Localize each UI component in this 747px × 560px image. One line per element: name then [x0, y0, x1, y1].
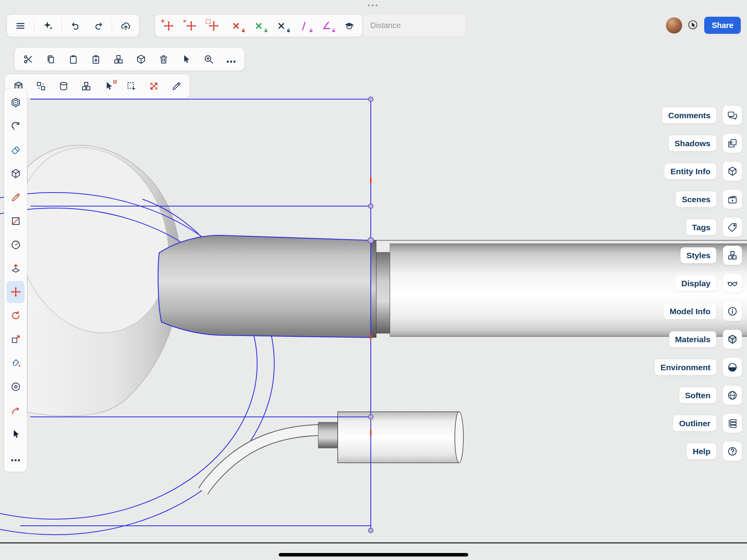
- display-label[interactable]: Display: [675, 275, 716, 291]
- tool-select[interactable]: [7, 423, 25, 445]
- lock-blue-axis-button[interactable]: ×: [270, 17, 292, 35]
- tags-icon: [727, 222, 738, 233]
- tool-eraser[interactable]: [7, 139, 25, 161]
- lock-angle-button[interactable]: ∠: [316, 17, 337, 35]
- home-indicator[interactable]: [279, 553, 468, 556]
- shadows-button[interactable]: [723, 134, 742, 153]
- trash-icon: [158, 54, 169, 65]
- zoom-selection-button[interactable]: [198, 50, 219, 68]
- menu-button[interactable]: [9, 17, 31, 35]
- tool-line[interactable]: [7, 187, 25, 208]
- paste-button[interactable]: [62, 50, 84, 68]
- redo-button[interactable]: [87, 17, 109, 35]
- measurement-input[interactable]: [370, 21, 459, 30]
- materials-label[interactable]: Materials: [669, 331, 716, 347]
- tool-rotate[interactable]: [7, 305, 25, 327]
- user-avatar[interactable]: [666, 17, 682, 34]
- copy-button[interactable]: [40, 50, 61, 68]
- paint-bucket-icon: [11, 358, 21, 368]
- help-label[interactable]: Help: [687, 443, 716, 459]
- comments-button[interactable]: [723, 106, 742, 125]
- comments-label[interactable]: Comments: [662, 107, 716, 123]
- lock-green-axis-button[interactable]: ×: [248, 17, 270, 35]
- make-component-button[interactable]: [130, 50, 152, 68]
- ai-assistant-button[interactable]: [37, 17, 59, 35]
- styles-label[interactable]: Styles: [680, 247, 716, 263]
- right-panel: Comments Shadows Entity Info Scenes Tags…: [655, 106, 742, 461]
- selection-box-icon: [126, 81, 137, 91]
- box-select-button[interactable]: [120, 77, 142, 95]
- styles-icon: [727, 250, 738, 261]
- tool-more[interactable]: …: [7, 447, 25, 469]
- shadows-label[interactable]: Shadows: [669, 135, 716, 151]
- window-drag-indicator[interactable]: •••: [368, 2, 379, 9]
- tool-look-around[interactable]: [7, 376, 25, 398]
- move-stamp-button[interactable]: □: [203, 17, 224, 35]
- sync-cloud-button[interactable]: [115, 17, 137, 35]
- component-cube-icon: [136, 54, 146, 65]
- scenes-button[interactable]: [723, 190, 742, 209]
- move-icon: [186, 21, 196, 31]
- tool-rectangle[interactable]: [7, 210, 25, 232]
- magnifier-plus-icon: [203, 54, 214, 65]
- entity-info-label[interactable]: Entity Info: [665, 163, 716, 179]
- lock-icon: [263, 28, 268, 33]
- divider: [61, 20, 62, 32]
- styles-button[interactable]: [723, 246, 742, 265]
- make-group-button[interactable]: [107, 50, 129, 68]
- outliner-label[interactable]: Outliner: [673, 415, 716, 431]
- menu-icon: [15, 21, 26, 31]
- tool-scale[interactable]: [7, 329, 25, 350]
- entity-info-button[interactable]: [723, 162, 742, 181]
- tool-follow-me[interactable]: [7, 399, 25, 421]
- undo-button[interactable]: [65, 17, 86, 35]
- tags-label[interactable]: Tags: [686, 219, 716, 235]
- hexagon-icon: [11, 97, 21, 108]
- edit-style-button[interactable]: [165, 77, 187, 95]
- tool-push-pull[interactable]: [7, 257, 25, 279]
- component-stack-button[interactable]: [75, 77, 97, 95]
- model-info-button[interactable]: [723, 302, 742, 321]
- cut-button[interactable]: [17, 50, 39, 68]
- scenes-label[interactable]: Scenes: [676, 191, 716, 207]
- tool-move[interactable]: [7, 281, 25, 303]
- look-around-icon: [11, 382, 21, 392]
- soften-label[interactable]: Soften: [679, 387, 716, 403]
- share-button[interactable]: Share: [704, 17, 741, 34]
- tags-button[interactable]: [723, 218, 742, 237]
- tool-section-box[interactable]: [7, 163, 25, 185]
- model-info-label[interactable]: Model Info: [664, 303, 716, 319]
- move-copy-button[interactable]: +: [158, 17, 179, 35]
- copy-array-button[interactable]: [30, 77, 52, 95]
- lock-icon: [331, 28, 336, 33]
- lock-parallel-button[interactable]: ∕: [293, 17, 315, 35]
- environment-button[interactable]: [723, 358, 742, 377]
- soften-button[interactable]: [723, 386, 742, 405]
- tool-paint[interactable]: [7, 352, 25, 374]
- help-button[interactable]: [723, 442, 742, 461]
- instructor-button[interactable]: [338, 17, 360, 35]
- select-button[interactable]: [175, 50, 197, 68]
- move-array-button[interactable]: »: [180, 17, 202, 35]
- lock-red-axis-button[interactable]: ×: [225, 17, 247, 35]
- panel-row-model-info: Model Info: [664, 302, 742, 321]
- flip-button[interactable]: [143, 77, 165, 95]
- plus-badge: +: [160, 18, 165, 24]
- tool-shapes[interactable]: [7, 92, 25, 114]
- tool-circle[interactable]: [7, 234, 25, 256]
- environment-icon: [727, 362, 738, 373]
- display-button[interactable]: [723, 274, 742, 293]
- array-badge: »: [183, 18, 187, 24]
- deselect-button[interactable]: ⊘: [98, 77, 119, 95]
- clipboard-arrow-icon: [91, 54, 101, 65]
- paste-in-place-button[interactable]: [85, 50, 107, 68]
- tool-orbit[interactable]: [7, 116, 25, 137]
- outliner-button[interactable]: [723, 414, 742, 433]
- materials-button[interactable]: [723, 330, 742, 349]
- more-actions-button[interactable]: …: [220, 50, 242, 68]
- delete-button[interactable]: [153, 50, 174, 68]
- lock-icon: [241, 28, 246, 33]
- help-icon: [727, 446, 738, 457]
- environment-label[interactable]: Environment: [655, 359, 716, 375]
- soften-cylinder-button[interactable]: [53, 77, 74, 95]
